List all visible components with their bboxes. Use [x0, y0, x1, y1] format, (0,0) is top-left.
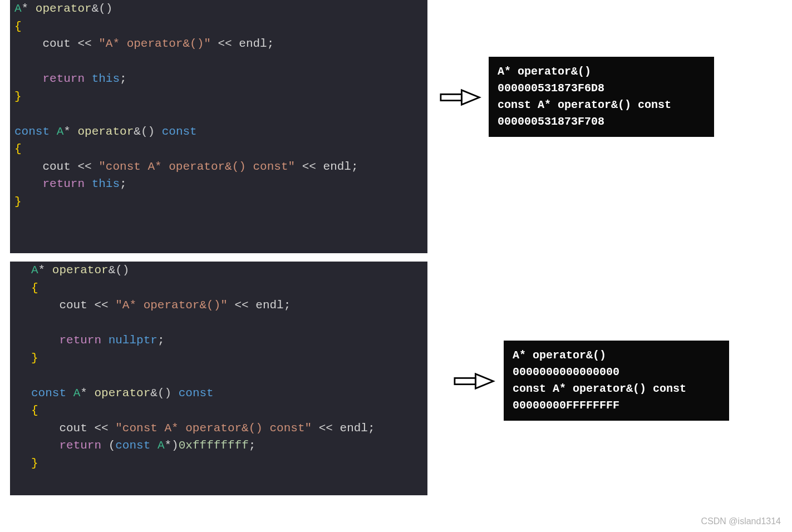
code-line: const A* operator&() const — [27, 385, 427, 402]
code-line: return (const A*)0xffffffff; — [27, 437, 427, 455]
code-line: A* operator&() — [27, 262, 427, 279]
code-line — [10, 53, 427, 71]
code-line: cout << "A* operator&()" << endl; — [27, 297, 427, 314]
svg-rect-1 — [455, 378, 476, 384]
code-line: return this; — [10, 175, 427, 193]
code-line — [27, 367, 427, 385]
code-line: { — [10, 18, 427, 36]
code-line: } — [27, 455, 427, 472]
code-line: } — [10, 88, 427, 106]
code-line: cout << "A* operator&()" << endl; — [10, 35, 427, 53]
code-line: cout << "const A* operator&() const" << … — [10, 158, 427, 176]
watermark-text: CSDN @island1314 — [701, 516, 781, 526]
code-line: { — [27, 279, 427, 297]
code-editor-1[interactable]: A* operator&() { cout << "A* operator&()… — [10, 0, 427, 253]
code-line: const A* operator&() const — [10, 123, 427, 141]
code-line: cout << "const A* operator&() const" << … — [27, 420, 427, 437]
arrow-icon — [440, 86, 481, 109]
code-editor-2[interactable]: A* operator&() { cout << "A* operator&()… — [10, 262, 427, 495]
code-line: A* operator&() — [10, 0, 427, 18]
code-line — [27, 314, 427, 332]
arrow-icon — [454, 370, 495, 392]
code-line — [10, 105, 427, 123]
console-output-1: A* operator&() 000000531873F6D8 const A*… — [489, 57, 714, 137]
code-line: return this; — [10, 70, 427, 88]
code-line: } — [27, 349, 427, 367]
code-line: } — [10, 193, 427, 211]
console-output-2: A* operator&() 0000000000000000 const A*… — [504, 341, 729, 421]
code-line: { — [27, 402, 427, 420]
svg-rect-0 — [441, 94, 462, 100]
code-line: { — [10, 140, 427, 158]
code-line: return nullptr; — [27, 332, 427, 349]
